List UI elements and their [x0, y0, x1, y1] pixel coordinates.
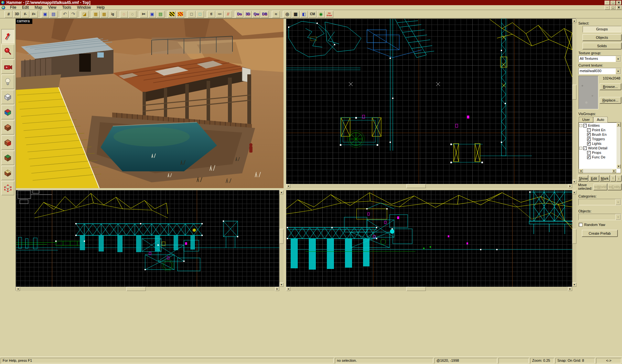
- visgroup-checkbox[interactable]: [587, 128, 591, 132]
- side-view-horizontal-scrollbar[interactable]: [286, 287, 572, 291]
- load-window-state[interactable]: ▣: [41, 11, 49, 18]
- mdi-minimize-button[interactable]: [605, 5, 610, 10]
- texture-application[interactable]: //: [224, 11, 232, 18]
- block-tool[interactable]: [1, 90, 14, 104]
- close-button[interactable]: [616, 1, 621, 5]
- overlay-tool[interactable]: [1, 151, 14, 165]
- clipping-tool[interactable]: [1, 166, 14, 180]
- toggle-model-wireframe[interactable]: Qw: [252, 11, 260, 18]
- tree-expander-icon[interactable]: [579, 147, 582, 150]
- undo[interactable]: ↶: [61, 11, 69, 18]
- camera-tool[interactable]: [1, 59, 14, 74]
- carve[interactable]: ◪: [80, 11, 89, 18]
- texture-preview[interactable]: [578, 76, 598, 109]
- toggle-cordon-state[interactable]: □: [188, 11, 196, 18]
- scroll-up-icon[interactable]: [572, 19, 576, 23]
- hide-unselected[interactable]: ◌: [128, 11, 136, 18]
- hide-selected[interactable]: ◌: [120, 11, 128, 18]
- scroll-up-icon[interactable]: [279, 190, 284, 194]
- texture-lock[interactable]: ▨: [168, 11, 176, 18]
- to-world-button[interactable]: toWorld: [594, 184, 607, 190]
- tab-auto[interactable]: Auto: [593, 117, 608, 123]
- visgroup-func-detail[interactable]: Func De: [579, 155, 616, 159]
- visgroup-point-entities[interactable]: Point En: [579, 128, 616, 132]
- select-by-handles[interactable]: tl: [207, 11, 215, 18]
- visgroup-checkbox[interactable]: [587, 155, 591, 159]
- scroll-left-icon[interactable]: [286, 287, 290, 291]
- browse-button[interactable]: Browse...: [600, 83, 621, 90]
- larger-grid[interactable]: #+: [30, 11, 38, 18]
- selection-tool[interactable]: [1, 29, 14, 43]
- toggle-helpers[interactable]: Do: [235, 11, 243, 18]
- cm-toggle[interactable]: CM: [308, 11, 316, 18]
- visgroup-lights[interactable]: Lights: [579, 141, 616, 146]
- show-button[interactable]: Show: [578, 175, 588, 181]
- run-map[interactable]: ◉: [317, 11, 325, 18]
- tab-user[interactable]: User: [579, 117, 593, 123]
- viewport-2d-side[interactable]: [286, 190, 576, 291]
- separator[interactable]: [232, 11, 235, 18]
- entity-tool[interactable]: [1, 75, 14, 89]
- visgroup-checkbox[interactable]: [587, 137, 591, 141]
- viewport-splitter-vertical[interactable]: [284, 19, 286, 291]
- menu-item[interactable]: File: [7, 5, 19, 10]
- separator[interactable]: [204, 11, 207, 18]
- mdi-child-icon[interactable]: [2, 6, 5, 9]
- edit-button[interactable]: Edit: [589, 175, 599, 181]
- menu-item[interactable]: View: [45, 5, 59, 10]
- tree-expander-icon[interactable]: [579, 124, 582, 127]
- objects-combo[interactable]: [578, 214, 621, 220]
- separator[interactable]: [78, 11, 80, 18]
- menu-item[interactable]: Map: [32, 5, 45, 10]
- scroll-right-icon[interactable]: [275, 287, 279, 291]
- separator[interactable]: [185, 11, 187, 18]
- scroll-left-icon[interactable]: [579, 169, 583, 173]
- mark-button[interactable]: Mark: [600, 175, 610, 181]
- toggle-grid[interactable]: #: [5, 11, 13, 18]
- visgroup-checkbox[interactable]: [587, 133, 591, 136]
- ignore-groups[interactable]: ig: [109, 11, 117, 18]
- displacement-grid[interactable]: ▦: [292, 11, 300, 18]
- categories-combo[interactable]: [578, 199, 621, 205]
- redo[interactable]: ↷: [69, 11, 77, 18]
- scroll-left-icon[interactable]: [286, 184, 290, 188]
- select-solids-button[interactable]: Solids: [583, 43, 621, 49]
- move-down-button[interactable]: ↓: [616, 175, 621, 181]
- cut[interactable]: ✂: [140, 11, 148, 18]
- viewport-label-camera[interactable]: camera: [16, 19, 32, 24]
- toggle-grid-3d[interactable]: 3D: [13, 11, 21, 18]
- scroll-right-icon[interactable]: [568, 287, 572, 291]
- vertex-tool[interactable]: [1, 181, 14, 195]
- displacement-mask[interactable]: ◎: [283, 11, 291, 18]
- random-yaw-checkbox[interactable]: [579, 223, 583, 227]
- displacement-solid[interactable]: ◧: [300, 11, 308, 18]
- viewport-2d-top[interactable]: [286, 19, 576, 188]
- separator[interactable]: [280, 11, 283, 18]
- side-view-vertical-scrollbar[interactable]: [572, 190, 576, 287]
- dropdown-arrow-icon[interactable]: [616, 56, 621, 62]
- apply-current-texture-tool[interactable]: [1, 120, 14, 134]
- top-view-horizontal-scrollbar[interactable]: [286, 184, 572, 188]
- separator[interactable]: [269, 11, 272, 18]
- smoothing-groups[interactable]: ≈: [272, 11, 280, 18]
- menu-item[interactable]: Window: [74, 5, 94, 10]
- scroll-down-icon[interactable]: [279, 283, 284, 287]
- visgroup-world-detail[interactable]: World Detail: [579, 146, 616, 150]
- scroll-right-icon[interactable]: [568, 184, 572, 188]
- minimize-button[interactable]: [605, 1, 610, 5]
- create-prefab-button[interactable]: Create Prefab: [582, 230, 617, 237]
- scroll-up-icon[interactable]: [617, 123, 621, 127]
- tree-vertical-scrollbar[interactable]: [617, 123, 621, 168]
- menu-item[interactable]: Edit: [19, 5, 32, 10]
- front-view-vertical-scrollbar[interactable]: [279, 190, 284, 287]
- select-groups-button[interactable]: Groups: [583, 26, 621, 32]
- menu-item[interactable]: Help: [94, 5, 108, 10]
- separator[interactable]: [89, 11, 91, 18]
- maximize-button[interactable]: [610, 1, 616, 5]
- group[interactable]: ▩: [100, 11, 108, 18]
- visgroup-entities[interactable]: Entities: [579, 123, 616, 128]
- top-view-vertical-scrollbar[interactable]: [572, 19, 576, 184]
- smaller-grid[interactable]: #-: [21, 11, 29, 18]
- visgroup-triggers[interactable]: Triggers: [579, 137, 616, 141]
- camera-view-render[interactable]: [16, 19, 284, 188]
